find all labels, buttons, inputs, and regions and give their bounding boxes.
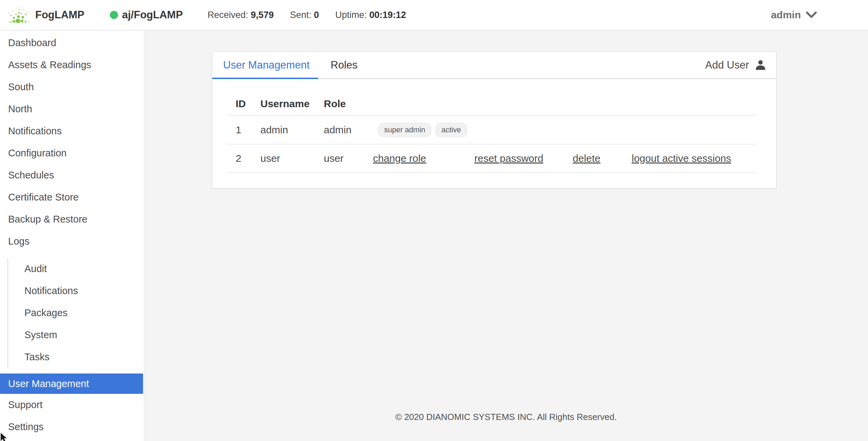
- stat-uptime: Uptime: 00:19:12: [335, 10, 406, 20]
- sidebar-item-logs-system[interactable]: System: [8, 324, 144, 346]
- sidebar-item-support[interactable]: Support: [0, 394, 144, 416]
- row-actions: change rolereset passworddeletelogout ac…: [373, 153, 756, 164]
- mouse-cursor-icon: [0, 433, 9, 441]
- col-header-role: Role: [324, 98, 373, 110]
- sidebar-item-logs[interactable]: Logs: [0, 230, 144, 252]
- action-link-logout-active-sessions[interactable]: logout active sessions: [632, 153, 731, 164]
- action-link-reset-password[interactable]: reset password: [474, 153, 543, 164]
- user-menu[interactable]: admin: [771, 9, 817, 21]
- active-tab-underline: [212, 78, 318, 79]
- users-table: ID Username Role 1 admin admin super adm…: [227, 93, 756, 173]
- foglamp-logo-icon: [7, 4, 33, 25]
- header-stats: Received: 9,579 Sent: 0 Uptime: 00:19:12: [208, 10, 422, 20]
- tab-user-management[interactable]: User Management: [223, 59, 310, 71]
- action-link-change-role[interactable]: change role: [373, 153, 426, 164]
- sidebar-item-configuration[interactable]: Configuration: [0, 142, 144, 164]
- tab-roles[interactable]: Roles: [331, 59, 357, 71]
- action-link-delete[interactable]: delete: [573, 153, 600, 164]
- cell-role: admin: [324, 124, 373, 136]
- table-row: 2 user user change rolereset passworddel…: [227, 144, 756, 173]
- sidebar-item-assets-readings[interactable]: Assets & Readings: [0, 54, 144, 76]
- badge-active: active: [435, 122, 467, 137]
- sidebar-item-certificate-store[interactable]: Certificate Store: [0, 186, 144, 208]
- table-row: 1 admin admin super adminactive: [227, 115, 756, 144]
- service-status[interactable]: aj/FogLAMP: [110, 9, 198, 21]
- stat-received-value: 9,579: [251, 10, 274, 20]
- add-user-person-icon: [754, 59, 767, 71]
- chevron-down-icon: [806, 11, 817, 19]
- cell-username: admin: [260, 124, 324, 136]
- cell-role: user: [324, 153, 373, 164]
- sidebar-item-logs-packages[interactable]: Packages: [8, 302, 144, 324]
- col-header-id: ID: [236, 98, 260, 110]
- top-header: FogLAMP aj/FogLAMP Received: 9,579 Sent:…: [0, 0, 868, 31]
- badge-super-admin: super admin: [378, 122, 432, 137]
- stat-received: Received: 9,579: [208, 10, 274, 20]
- stat-uptime-value: 00:19:12: [369, 10, 406, 20]
- user-menu-label: admin: [771, 9, 801, 21]
- sidebar-item-dashboard[interactable]: Dashboard: [0, 32, 144, 54]
- cell-id: 2: [236, 153, 260, 164]
- sidebar-item-backup-restore[interactable]: Backup & Restore: [0, 208, 144, 230]
- sidebar-item-logs-notifications[interactable]: Notifications: [8, 280, 144, 302]
- sidebar: DashboardAssets & ReadingsSouthNorthNoti…: [0, 31, 144, 441]
- sidebar-item-notifications[interactable]: Notifications: [0, 120, 144, 142]
- table-header-row: ID Username Role: [227, 93, 756, 115]
- brand-name: FogLAMP: [35, 9, 84, 21]
- footer-copyright: © 2020 DIANOMIC SYSTEMS INC. All Rights …: [144, 412, 868, 422]
- sidebar-item-settings[interactable]: Settings: [0, 416, 144, 438]
- brand[interactable]: FogLAMP: [7, 4, 102, 25]
- cell-username: user: [260, 153, 324, 164]
- add-user-label: Add User: [705, 59, 749, 71]
- stat-sent: Sent: 0: [290, 10, 319, 20]
- card-header: User Management Roles Add User: [212, 52, 776, 79]
- stat-sent-value: 0: [314, 10, 319, 20]
- sidebar-bottom-nav: User ManagementSupportSettings: [0, 373, 144, 438]
- badge-group: super adminactive: [378, 122, 471, 137]
- col-header-username: Username: [260, 98, 324, 110]
- sidebar-item-schedules[interactable]: Schedules: [0, 164, 144, 186]
- sidebar-nav: DashboardAssets & ReadingsSouthNorthNoti…: [0, 31, 144, 252]
- status-green-dot-icon: [110, 11, 118, 19]
- sidebar-item-south[interactable]: South: [0, 76, 144, 98]
- instance-name: aj/FogLAMP: [122, 9, 183, 21]
- user-management-card: User Management Roles Add User ID Userna…: [212, 52, 776, 189]
- sidebar-item-logs-audit[interactable]: Audit: [8, 258, 144, 280]
- sidebar-logs-subnav: AuditNotificationsPackagesSystemTasks: [7, 258, 144, 368]
- cell-id: 1: [236, 124, 260, 136]
- tab-bar: User Management Roles: [212, 59, 378, 71]
- add-user-button[interactable]: Add User: [705, 59, 767, 71]
- sidebar-item-north[interactable]: North: [0, 98, 144, 120]
- sidebar-item-logs-tasks[interactable]: Tasks: [8, 346, 144, 368]
- main-content: User Management Roles Add User ID Userna…: [144, 31, 868, 441]
- sidebar-item-user-management[interactable]: User Management: [0, 373, 143, 394]
